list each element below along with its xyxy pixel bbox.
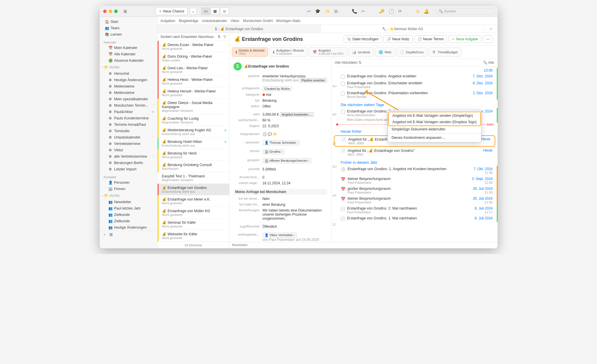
segment-tab[interactable]: ⏱Time&Budget: [429, 47, 461, 57]
sidebar-item[interactable]: 👤Personen: [100, 179, 157, 186]
list-item[interactable]: 💰 Beratung für HeckNicht gestartet: [158, 149, 229, 161]
segment-tab[interactable]: ℹAufgaben / Boards6 verbleiben: [269, 47, 307, 57]
sidebar-item[interactable]: ⚙alle Vertriebstermine⌃: [100, 153, 157, 160]
maximize-window[interactable]: [114, 10, 118, 13]
sidebar-item[interactable]: ⚙Heutige Änderungen: [100, 77, 157, 83]
more-button[interactable]: ⋯: [483, 35, 493, 43]
calendar-icon[interactable]: ▦: [109, 232, 113, 237]
new-chance-button[interactable]: ＋ Neue Chance: [155, 7, 188, 15]
list-item[interactable]: 💰 Beratung Grünberg ConsultNachfassen: [158, 161, 229, 172]
sparkle-icon[interactable]: ✨: [325, 9, 330, 14]
tab-seminar[interactable]: 🔧 - ⭐Seminar Müller AG: [321, 25, 485, 33]
activity-item[interactable]: 📅kleiner BesprechungsraumPaul Präsentato…: [332, 176, 498, 185]
sidebar-item[interactable]: ⚙Mein spezialkalender: [100, 96, 157, 102]
key-icon[interactable]: 🔑: [379, 9, 385, 14]
pipeline-view-button[interactable]: Pipeline ansehen: [300, 78, 327, 83]
sidebar-item[interactable]: ⚙Urlaubskalender⌃: [100, 134, 157, 141]
add-file-button[interactable]: 📎 Datei hinzufügen: [344, 35, 382, 43]
activity-item[interactable]: Erstanfrage von Grodins: 2. Mal nachhake…: [332, 205, 498, 215]
edit-footer[interactable]: Bearbeiten: [230, 242, 498, 248]
sidebar-item[interactable]: ⚙Mondschein Termin...⌃: [100, 102, 157, 109]
new-note-button[interactable]: 📝 Neue Notiz: [383, 35, 412, 43]
refresh-icon[interactable]: ⟳: [398, 9, 402, 14]
sidebar-item[interactable]: ⚙Meilensteine: [100, 83, 157, 90]
list-item[interactable]: 💰 Erstanfrage von Meier e.K.Nicht gestar…: [158, 195, 229, 207]
undo-icon[interactable]: ↩: [307, 9, 311, 14]
search-input[interactable]: 🔍 Suchen: [436, 8, 494, 14]
minimize-window[interactable]: [109, 10, 112, 13]
sidebar-archiv2-expand[interactable]: › 📁 Archiv: [100, 192, 157, 199]
list-item[interactable]: 💰 Dieter Dietze - Social Media KampagneB…: [158, 99, 229, 114]
sidebar-item[interactable]: 👥Newsletter: [100, 199, 157, 205]
nav-blog[interactable]: Blogbeiträge: [179, 19, 198, 23]
nav-aufgaben[interactable]: Aufgaben: [161, 19, 175, 23]
bell-icon[interactable]: 🔔: [424, 9, 429, 14]
voicemail-icon[interactable]: ✂: [361, 9, 365, 14]
cm-customize[interactable]: Dieses Kontextmenü anpassen ...: [388, 134, 481, 141]
nav-viktor[interactable]: Viktor: [231, 19, 239, 23]
alert-icon[interactable]: ⚠: [416, 9, 420, 14]
activity-item[interactable]: Erstanfrage von Grodins: 1. Mal nachhake…: [332, 215, 498, 222]
sidebar-item[interactable]: 👥Zielkunde: [100, 218, 157, 224]
sidebar-item[interactable]: ⚙Pauls Kundentermine: [100, 115, 157, 121]
list-item[interactable]: 💰 Gerd Leis - Werbe-PaketNicht gestartet: [158, 64, 229, 76]
new-task-button[interactable]: ✓ Neue Aufgabe: [449, 35, 481, 43]
sidebar-item[interactable]: ⚙Termine Anna&Paul: [100, 121, 157, 128]
view-chart[interactable]: ⫼: [220, 8, 229, 15]
sidebar-item[interactable]: ⚙Paul&Viktor▼: [100, 109, 157, 115]
close-window[interactable]: [103, 10, 107, 13]
activity-item[interactable]: Erstanfrage von Grodins: Angebot erstell…: [332, 73, 498, 80]
nav-mails[interactable]: Wichtigen Mails: [276, 19, 301, 23]
list-item[interactable]: 💰 Erstanfrage von GrodinsEntscheidung st…: [158, 184, 229, 195]
list-sort-header[interactable]: Sortiert nach Erwarteter Abschluss⇅ ▽: [158, 33, 229, 41]
clock-icon[interactable]: 🕐: [389, 9, 394, 14]
sidebar-item[interactable]: ⚙Viktor: [100, 147, 157, 153]
segment-tab[interactable]: ℹDetails & AktivitätOffen: [232, 47, 268, 57]
new-chance-dropdown[interactable]: ⌄: [190, 8, 197, 15]
list-item[interactable]: Easybill Test 1 - ThielmannBegründeter V…: [158, 172, 229, 184]
list-item[interactable]: 💰 Helena Heck - Werbe-PaketNicht gestart…: [158, 76, 229, 87]
sidebar-item[interactable]: 👥heutige Änderungen: [100, 224, 157, 231]
segment-tab[interactable]: 📅Angebot3.050,00 € bei 60%: [309, 47, 347, 57]
list-item[interactable]: 💰 Webseite für KäferNicht gestartet: [158, 230, 229, 241]
list-item[interactable]: 💰 Beratung Hotel Hilton ▸Entscheidung st…: [158, 138, 229, 149]
sidebar-item[interactable]: ⚙Henschel: [100, 70, 157, 77]
add-icon[interactable]: ＋: [103, 232, 106, 237]
cm-send-simplesign[interactable]: Angebot mit E-Mail Vorlagen senden (Simp…: [389, 112, 480, 119]
tab-add[interactable]: ＋: [485, 25, 498, 33]
nav-urlaub[interactable]: Urlaubskalender: [202, 19, 227, 23]
sidebar-item[interactable]: 🏢Firmen: [100, 186, 157, 192]
sidebar-item[interactable]: 👥Paul letztes Jahr: [100, 205, 157, 212]
sidebar-item[interactable]: ⚙Tonstudio: [100, 128, 157, 134]
sidebar-item[interactable]: ⚙Letzter Import: [100, 166, 157, 172]
sidebar-item[interactable]: ⚙Vertriebstermine: [100, 141, 157, 147]
new-event-button[interactable]: 🕐 Neuer Termin: [414, 35, 447, 43]
activity-item[interactable]: Erstanfrage von Grodins: Entscheider erm…: [332, 80, 498, 90]
segment-tab[interactable]: 📄DayliteDocs: [396, 47, 427, 57]
sidebar-item[interactable]: ⚙Beratungen Berlin: [100, 160, 157, 166]
tab-erstanfrage[interactable]: $ - 💰 Erstanfrage von Grodins: [158, 25, 321, 33]
view-card[interactable]: ▭: [201, 8, 210, 15]
sidebar-item[interactable]: ⚙Meilensteine⌃: [100, 90, 157, 96]
learn-icon[interactable]: 🎓: [315, 9, 321, 14]
segment-tab[interactable]: 📊sevdesk: [348, 47, 374, 57]
sidebar-item[interactable]: 📚Lernen: [100, 31, 157, 38]
sidebar-item[interactable]: 📅Alle Kalender: [100, 51, 157, 57]
cm-send-dropbox[interactable]: Angebot mit E-Mail Vorlagen senden (Drop…: [389, 119, 480, 125]
activity-item[interactable]: 📅großer BesprechungsraumPaul Präsentator…: [332, 185, 498, 195]
view-table[interactable]: ▦: [211, 8, 219, 15]
phone-icon[interactable]: 📞: [352, 9, 357, 14]
sidebar-item[interactable]: 📅Mein Kalender: [100, 45, 157, 51]
sidebar-item[interactable]: 👥Team: [100, 25, 157, 31]
activity-item[interactable]: Erstanfrage von Grodins: Präsentation vo…: [332, 90, 498, 100]
list-item[interactable]: 💰 Medienberatung Kugler AG ▸Entscheidung…: [158, 126, 229, 138]
sidebar-item[interactable]: 👥Zielkunde: [100, 212, 157, 218]
list-item[interactable]: 💰 Erstanfrage von Müller KGNicht gestart…: [158, 207, 229, 219]
list-item[interactable]: 💰 Seminar für KäferNicht gestartet: [158, 219, 229, 230]
grid-icon[interactable]: ⊞: [334, 9, 338, 14]
activity-item[interactable]: 🕐Erstanfrage von Grodins: 1. Angebot mit…: [332, 166, 498, 176]
edit-offer-button[interactable]: Angebot bearbeiten ...: [280, 112, 314, 117]
list-item[interactable]: 💰 Doris Döring - Werbe-PaketDaten prüfen: [158, 52, 229, 64]
cm-revoke[interactable]: SimpleSign Dokument widerrufen: [388, 126, 481, 132]
activity-item[interactable]: 📅kleiner BesprechungsraumPaul Präsentato…: [332, 195, 498, 205]
